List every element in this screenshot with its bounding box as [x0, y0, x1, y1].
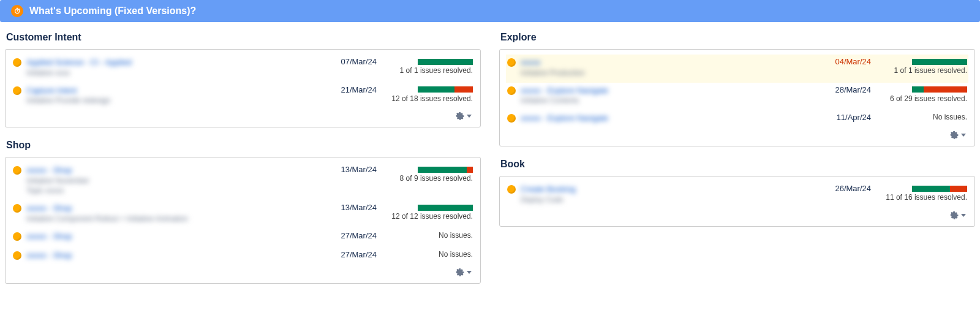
version-row[interactable]: xxxxx - Shop Initiative Component Rollou…: [12, 200, 474, 229]
clock-icon: ⏱: [11, 5, 23, 17]
version-subtitle: Deploy Code: [521, 195, 817, 205]
version-icon: [507, 86, 516, 95]
gadget-title: What's Upcoming (Fixed Versions)?: [29, 6, 196, 17]
version-name: xxxxx - Shop: [26, 165, 323, 176]
version-name: xxxxx - Explore Navigate: [521, 85, 817, 96]
progress-text: 12 of 12 issues resolved.: [384, 212, 473, 222]
progress-bar: [418, 167, 473, 173]
panel-actions-menu[interactable]: [456, 112, 472, 120]
progress-text: No issues.: [384, 250, 473, 260]
progress-text: 1 of 1 issues resolved.: [384, 66, 473, 76]
version-date: 11/Apr/24: [817, 113, 878, 122]
version-name: xxxxx: [521, 57, 817, 68]
progress-text: 8 of 9 issues resolved.: [384, 174, 473, 184]
version-row[interactable]: xxxxx - Shop Initiative November Topic x…: [12, 162, 474, 200]
panel-customer-intent: Applied Science - CI - Applied Initiativ…: [5, 49, 481, 127]
progress-bar: [418, 59, 473, 65]
gear-icon: [456, 268, 464, 276]
progress-text: 6 of 29 issues resolved.: [878, 94, 967, 104]
version-icon: [13, 251, 21, 260]
version-row[interactable]: xxxxx - Shop 27/Mar/24 No issues.: [12, 229, 474, 248]
version-name: xxxxx - Explore Navigate: [521, 113, 817, 124]
version-subtitle: Initiative xxxx: [26, 68, 323, 78]
version-date: 07/Mar/24: [323, 57, 384, 66]
version-subtitle: Initiative Provide redesign: [26, 96, 323, 105]
version-subtitle-2: Topic xxxxx: [26, 186, 323, 195]
progress-text: 1 of 1 issues resolved.: [878, 66, 967, 76]
panel-book: Create Booking Deploy Code 26/Mar/24 11 …: [499, 176, 975, 227]
section-title-explore: Explore: [500, 32, 975, 43]
version-icon: [507, 114, 516, 123]
panel-actions-menu[interactable]: [950, 211, 966, 219]
version-icon: [13, 232, 21, 241]
version-name: xxxxx - Shop: [26, 203, 323, 214]
progress-bar: [912, 186, 967, 192]
version-date: 27/Mar/24: [323, 231, 384, 240]
version-date: 04/Mar/24: [817, 57, 878, 66]
version-icon: [13, 86, 21, 95]
progress-text: No issues.: [384, 231, 473, 241]
progress-text: 11 of 16 issues resolved.: [878, 193, 967, 203]
version-date: 21/Mar/24: [323, 85, 384, 94]
version-icon: [13, 204, 21, 213]
right-column: Explore xxxxx Initiative Production 04/M…: [499, 28, 975, 296]
chevron-down-icon: [467, 115, 472, 118]
version-date: 26/Mar/24: [817, 184, 878, 193]
version-icon: [507, 58, 516, 67]
left-column: Customer Intent Applied Science - CI - A…: [5, 28, 481, 296]
panel-explore: xxxxx Initiative Production 04/Mar/24 1 …: [499, 49, 975, 146]
gear-icon: [950, 131, 959, 139]
section-title-book: Book: [500, 159, 975, 170]
version-date: 13/Mar/24: [323, 165, 384, 174]
progress-text: 12 of 18 issues resolved.: [384, 94, 473, 104]
progress-bar: [418, 205, 473, 211]
panel-actions-menu[interactable]: [456, 268, 472, 276]
progress-bar: [418, 86, 473, 93]
progress-text: No issues.: [878, 113, 967, 123]
version-icon: [13, 166, 21, 175]
version-name: xxxxx - Shop: [26, 250, 323, 261]
version-name: Capture Intent: [26, 85, 323, 96]
version-subtitle: Initiative November: [26, 176, 323, 186]
version-subtitle: Initiative Contents: [521, 96, 817, 105]
section-title-shop: Shop: [6, 140, 481, 151]
chevron-down-icon: [467, 271, 472, 274]
version-date: 28/Mar/24: [817, 85, 878, 94]
progress-bar: [912, 86, 967, 93]
gadget-header: ⏱ What's Upcoming (Fixed Versions)?: [0, 0, 980, 22]
version-row[interactable]: xxxxx - Explore Navigate 11/Apr/24 No is…: [506, 110, 968, 129]
version-name: Create Booking: [521, 184, 817, 195]
version-row[interactable]: Capture Intent Initiative Provide redesi…: [12, 83, 474, 111]
gear-icon: [950, 211, 959, 219]
section-title-customer-intent: Customer Intent: [6, 32, 481, 43]
version-date: 27/Mar/24: [323, 250, 384, 259]
version-icon: [507, 185, 516, 194]
chevron-down-icon: [961, 134, 966, 137]
version-row[interactable]: Applied Science - CI - Applied Initiativ…: [12, 55, 474, 83]
version-row[interactable]: xxxxx - Shop 27/Mar/24 No issues.: [12, 248, 474, 267]
version-date: 13/Mar/24: [323, 203, 384, 212]
panel-shop: xxxxx - Shop Initiative November Topic x…: [5, 157, 481, 284]
progress-bar: [912, 59, 967, 65]
version-subtitle: Initiative Production: [521, 68, 817, 78]
version-row[interactable]: xxxxx - Explore Navigate Initiative Cont…: [506, 83, 968, 111]
version-name: Applied Science - CI - Applied: [26, 57, 323, 68]
version-icon: [13, 58, 21, 67]
version-name: xxxxx - Shop: [26, 231, 323, 242]
version-row[interactable]: Create Booking Deploy Code 26/Mar/24 11 …: [506, 181, 968, 210]
version-row[interactable]: xxxxx Initiative Production 04/Mar/24 1 …: [506, 55, 968, 83]
version-subtitle: Initiative Component Rollout + Initiativ…: [26, 214, 323, 224]
panel-actions-menu[interactable]: [950, 131, 966, 139]
columns-container: Customer Intent Applied Science - CI - A…: [0, 28, 980, 296]
chevron-down-icon: [961, 214, 966, 217]
gear-icon: [456, 112, 464, 120]
